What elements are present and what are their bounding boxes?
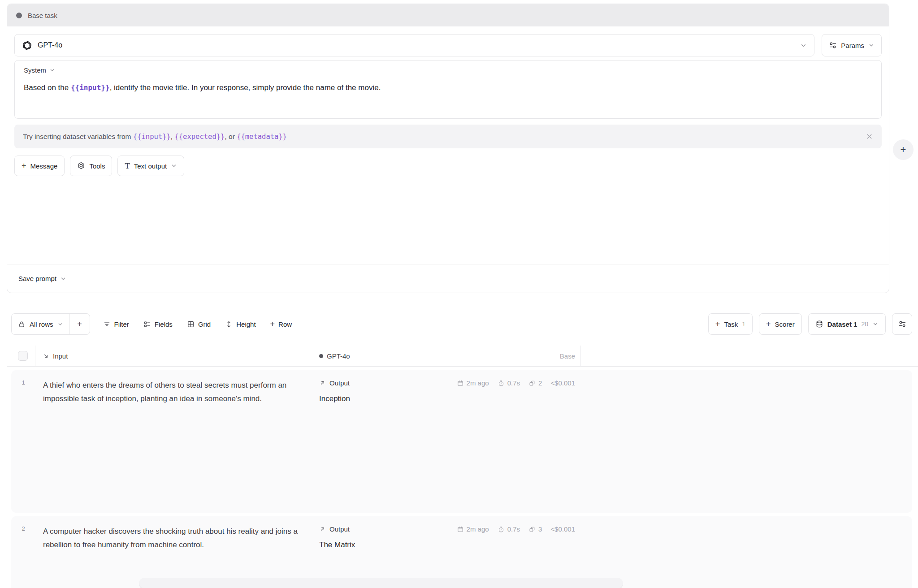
add-row-label: Row: [278, 320, 292, 328]
hexagon-nut-icon: [77, 162, 85, 170]
row-input-cell: A computer hacker discovers the shocking…: [43, 525, 302, 552]
horizontal-scrollbar[interactable]: [139, 578, 623, 588]
column-header-model[interactable]: GPT-4o: [319, 346, 350, 366]
grid-button[interactable]: Grid: [181, 313, 217, 335]
prompt-text[interactable]: Based on the {{input}}, identify the mov…: [24, 82, 872, 94]
all-rows-dropdown[interactable]: All rows: [12, 314, 69, 334]
height-label: Height: [236, 320, 255, 328]
duration-value: 0.7s: [507, 379, 520, 387]
sliders-icon: [898, 320, 906, 328]
model-row: GPT-4o Params: [7, 26, 889, 56]
table-toolbar: All rows + Filter: [11, 313, 912, 335]
select-all-checkbox[interactable]: [18, 351, 28, 361]
timestamp-value: 2m ago: [467, 525, 489, 533]
hint-text: Try inserting dataset variables from {{i…: [23, 133, 866, 141]
duration: 0.7s: [498, 379, 520, 387]
duration: 0.7s: [498, 525, 520, 533]
table-row[interactable]: 1 A thief who enters the dreams of other…: [11, 370, 912, 513]
add-message-button[interactable]: + Message: [14, 156, 65, 176]
cost-value: <$0.001: [550, 525, 575, 533]
openai-logo-icon: [22, 40, 32, 51]
cost: <$0.001: [550, 525, 575, 533]
height-button[interactable]: Height: [219, 313, 261, 335]
database-icon: [815, 320, 823, 328]
tokens-icon: [528, 380, 536, 387]
chevron-down-icon: [60, 276, 66, 282]
tokens-icon: [528, 526, 536, 533]
hint-input-variable: {{input}}: [133, 133, 171, 141]
fields-button[interactable]: Fields: [138, 313, 178, 335]
panel-title: Base task: [28, 12, 57, 19]
save-prompt-button[interactable]: Save prompt: [7, 264, 889, 293]
plus-icon: +: [766, 320, 771, 328]
lock-icon: [18, 320, 26, 328]
stopwatch-icon: [498, 380, 505, 387]
row-metadata: 2m ago 0.7s 2 <$0.001: [319, 379, 575, 387]
add-task-panel-button[interactable]: +: [893, 139, 914, 160]
add-task-button[interactable]: + Task 1: [708, 313, 753, 335]
fields-label: Fields: [155, 320, 173, 328]
prompt-input-variable: {{input}}: [71, 83, 110, 92]
model-select[interactable]: GPT-4o: [14, 34, 814, 56]
prompt-text-before: Based on the: [24, 83, 71, 92]
message-role-dropdown[interactable]: System: [24, 66, 55, 74]
plus-icon: +: [270, 320, 275, 328]
plus-icon: +: [77, 320, 82, 328]
task-label: Task: [724, 320, 738, 328]
model-name: GPT-4o: [38, 41, 62, 49]
chevron-down-icon: [868, 42, 875, 48]
dataset-count: 20: [861, 320, 868, 328]
prompt-text-after: , identify the movie title. In your resp…: [110, 83, 381, 92]
text-type-icon: T: [125, 162, 130, 170]
timestamp-value: 2m ago: [467, 379, 489, 387]
params-label: Params: [841, 42, 864, 49]
add-scorer-button[interactable]: + Scorer: [759, 313, 802, 335]
model-column-label: GPT-4o: [327, 352, 350, 360]
plus-icon: +: [22, 162, 26, 170]
chevron-down-icon: [57, 321, 63, 327]
variant-label: Base: [541, 346, 575, 366]
task-count: 1: [742, 320, 745, 328]
column-divider: [35, 346, 35, 366]
role-label: System: [24, 66, 46, 74]
token-count: 3: [528, 525, 542, 533]
grid-label: Grid: [198, 320, 211, 328]
prompt-editor[interactable]: System Based on the {{input}}, identify …: [14, 60, 882, 119]
table-settings-button[interactable]: [892, 313, 912, 335]
close-icon[interactable]: [866, 133, 873, 140]
plus-icon: +: [715, 320, 720, 328]
layout-list-icon: [143, 320, 151, 328]
column-divider: [580, 346, 581, 366]
add-row-button[interactable]: + Row: [264, 313, 298, 335]
chevron-down-icon: [49, 67, 55, 73]
save-prompt-label: Save prompt: [18, 275, 56, 282]
base-task-panel: Base task GPT-4o: [7, 4, 889, 293]
timestamp: 2m ago: [457, 379, 489, 387]
chevron-down-icon: [171, 163, 177, 169]
toolbar-right: + Task 1 + Scorer Dataset 1 20: [708, 313, 912, 335]
view-selector: All rows +: [11, 313, 90, 335]
sliders-icon: [829, 41, 837, 49]
text-output-button[interactable]: T Text output: [117, 156, 184, 176]
params-button[interactable]: Params: [822, 34, 882, 56]
column-header-input[interactable]: Input: [43, 346, 68, 366]
hint-separator: , or: [225, 133, 237, 140]
hint-expected-variable: {{expected}}: [174, 133, 225, 141]
calendar-icon: [457, 380, 464, 387]
tools-button[interactable]: Tools: [70, 156, 112, 176]
panel-header: Base task: [7, 4, 889, 26]
row-number: 1: [18, 379, 28, 386]
task-status-dot-icon: [16, 13, 22, 18]
table-row[interactable]: 2 A computer hacker discovers the shocki…: [11, 516, 912, 588]
column-divider: [314, 346, 314, 366]
filter-button[interactable]: Filter: [97, 313, 135, 335]
dataset-variables-hint: Try inserting dataset variables from {{i…: [14, 125, 882, 148]
add-view-button[interactable]: +: [69, 314, 90, 334]
scorer-label: Scorer: [775, 320, 795, 328]
dataset-selector[interactable]: Dataset 1 20: [808, 313, 886, 335]
table-header: Input GPT-4o Base: [7, 346, 918, 367]
text-output-label: Text output: [134, 162, 167, 170]
filter-label: Filter: [114, 320, 129, 328]
stopwatch-icon: [498, 526, 505, 533]
plus-icon: +: [901, 144, 906, 156]
